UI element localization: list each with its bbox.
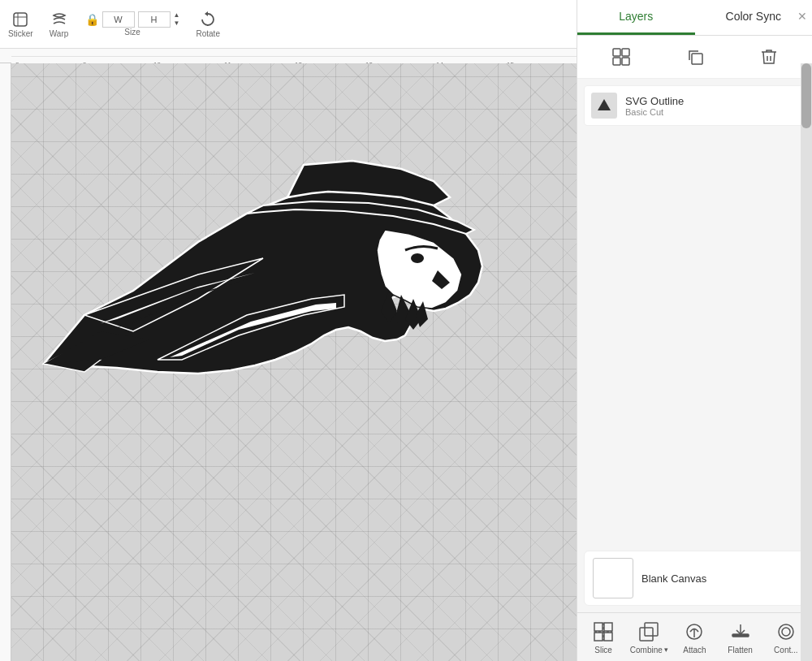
size-w-input[interactable]: W <box>102 11 135 28</box>
svg-point-22 <box>779 624 793 639</box>
layer-item-svg-outline[interactable]: SVG Outline Basic Cut <box>584 85 806 126</box>
duplicate-action-btn[interactable] <box>680 42 710 71</box>
svg-marker-9 <box>598 99 611 110</box>
svg-point-41 <box>411 253 424 263</box>
flatten-label: Flatten <box>728 646 753 655</box>
layer-sub: Basic Cut <box>625 107 684 117</box>
sticker-icon[interactable] <box>11 10 30 29</box>
size-group: 🔒 W H ▲ ▼ Size <box>85 11 180 37</box>
size-down-btn[interactable]: ▼ <box>174 20 180 27</box>
right-panel: Layers Color Sync ✕ <box>577 0 812 661</box>
design-canvas <box>11 63 577 661</box>
combine-btn[interactable]: Combine ▾ <box>628 620 669 655</box>
layer-info: SVG Outline Basic Cut <box>625 95 684 117</box>
scrollbar-thumb[interactable] <box>801 63 811 128</box>
svg-rect-6 <box>613 58 620 65</box>
combine-label: Combine <box>630 646 663 655</box>
rotate-group: Rotate <box>196 10 219 38</box>
slice-btn[interactable]: Slice <box>583 620 624 655</box>
ruler-left <box>0 63 11 661</box>
attach-btn[interactable]: Attach <box>674 620 715 655</box>
attach-label: Attach <box>683 646 706 655</box>
tab-layers-label: Layers <box>619 10 653 23</box>
bottom-toolbar: Slice Combine ▾ Attach <box>577 612 812 661</box>
sticker-group: Sticker <box>8 10 33 38</box>
panel-actions <box>577 36 812 79</box>
ruler-top: 8 9 10 11 12 13 14 15 <box>0 49 577 63</box>
combine-icon <box>637 620 660 643</box>
warp-group: Warp <box>50 10 69 38</box>
size-label: Size <box>124 28 140 37</box>
svg-marker-3 <box>205 11 208 16</box>
svg-rect-16 <box>640 628 653 641</box>
attach-icon <box>683 620 706 643</box>
slice-label: Slice <box>594 646 612 655</box>
svg-rect-13 <box>604 633 612 641</box>
size-up-btn[interactable]: ▲ <box>174 12 180 19</box>
warp-icon[interactable] <box>50 10 69 29</box>
tab-color-sync[interactable]: Color Sync ✕ <box>695 0 813 35</box>
contour-icon <box>775 620 797 643</box>
scrollbar-right[interactable] <box>801 63 812 661</box>
svg-rect-4 <box>613 49 620 56</box>
blank-canvas-card[interactable]: Blank Canvas <box>584 551 806 606</box>
layers-list: SVG Outline Basic Cut <box>577 79 812 544</box>
svg-rect-10 <box>594 623 603 631</box>
svg-image[interactable] <box>36 153 539 404</box>
group-action-btn[interactable] <box>607 42 636 71</box>
svg-rect-7 <box>622 58 629 65</box>
warp-label: Warp <box>50 29 69 38</box>
layer-name: SVG Outline <box>625 95 684 107</box>
size-h-input[interactable]: H <box>138 11 171 28</box>
svg-rect-11 <box>604 623 612 631</box>
size-inputs: 🔒 W H ▲ ▼ <box>85 11 180 28</box>
svg-point-23 <box>782 628 790 636</box>
canvas-thumb-icon <box>593 558 633 598</box>
panel-tabs: Layers Color Sync ✕ <box>577 0 812 36</box>
lock-icon[interactable]: 🔒 <box>85 13 99 26</box>
svg-rect-0 <box>14 13 27 26</box>
flatten-icon <box>729 620 752 643</box>
slice-icon <box>592 620 615 643</box>
tab-layers[interactable]: Layers <box>577 0 695 35</box>
delete-action-btn[interactable] <box>754 42 784 71</box>
svg-rect-5 <box>622 49 629 56</box>
svg-rect-8 <box>692 54 702 64</box>
flatten-btn[interactable]: Flatten <box>720 620 761 655</box>
svg-rect-17 <box>645 623 658 636</box>
tab-color-sync-label: Color Sync <box>726 10 781 23</box>
sticker-label: Sticker <box>8 29 33 38</box>
contour-label: Cont... <box>774 646 797 655</box>
canvas-label: Blank Canvas <box>641 572 706 585</box>
combine-arrow-icon: ▾ <box>664 646 668 654</box>
rotate-icon[interactable] <box>198 10 218 29</box>
rotate-label: Rotate <box>196 29 219 38</box>
svg-rect-12 <box>594 633 603 641</box>
panel-close-icon[interactable]: ✕ <box>797 10 807 23</box>
layer-thumb <box>591 93 617 119</box>
